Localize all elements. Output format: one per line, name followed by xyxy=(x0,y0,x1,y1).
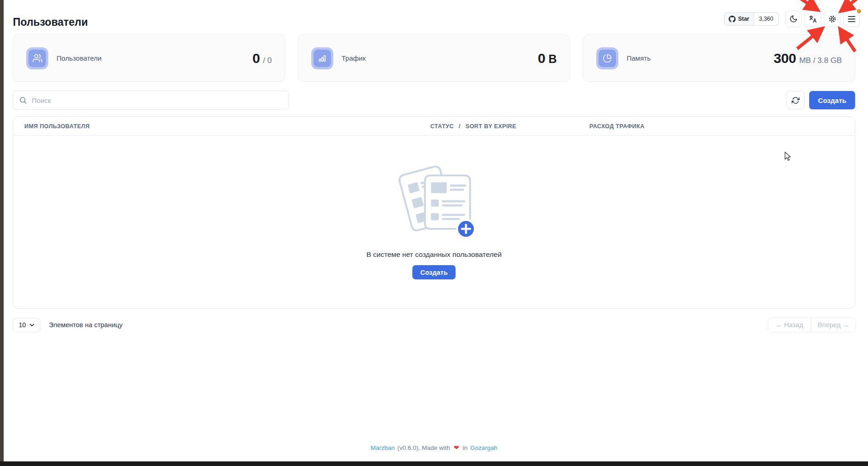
stat-suffix: B xyxy=(548,52,557,66)
footer-version-text: (v0.6.0), Made with xyxy=(397,444,450,451)
stat-value: 0 xyxy=(538,51,545,66)
footer-location-link[interactable]: Gozargah xyxy=(470,444,497,451)
stat-label: Трафик xyxy=(342,54,365,62)
per-page-label: Элементов на страницу xyxy=(49,321,123,329)
translate-icon xyxy=(809,15,817,23)
heart-icon: ❤ xyxy=(454,444,459,451)
search-box xyxy=(13,91,289,110)
column-header-username[interactable]: ИМЯ ПОЛЬЗОВАТЕЛЯ xyxy=(24,117,90,136)
github-star-badge[interactable]: Star 3,360 xyxy=(724,12,779,26)
footer: Marzban (v0.6.0), Made with ❤ in Gozarga… xyxy=(0,444,868,451)
page-title: Пользователи xyxy=(13,16,88,28)
pie-chart-icon xyxy=(596,47,618,69)
users-icon xyxy=(26,47,48,69)
stat-cards-row: Пользователи 0 / 0 Трафик 0 B Память 300… xyxy=(13,34,855,82)
github-star-label: Star xyxy=(738,16,749,22)
plus-circle-icon xyxy=(457,220,475,238)
gear-icon xyxy=(828,15,837,23)
stat-suffix: / 0 xyxy=(263,56,272,65)
github-icon xyxy=(729,16,736,23)
menu-button[interactable] xyxy=(843,11,860,27)
empty-state: В системе нет созданных пользователей Со… xyxy=(366,155,502,279)
pagination-bar: 10 Элементов на страницу ← Назад Вперед … xyxy=(13,318,856,332)
language-button[interactable] xyxy=(805,11,821,27)
empty-state-message: В системе нет созданных пользователей xyxy=(366,250,502,259)
chevron-down-icon xyxy=(29,324,34,327)
notification-dot xyxy=(857,9,861,13)
hamburger-icon xyxy=(848,16,856,23)
stat-label: Память xyxy=(627,54,651,62)
create-user-button[interactable]: Создать xyxy=(809,91,855,109)
stat-suffix: MB / 3.8 GB xyxy=(799,56,842,65)
table-body: В системе нет созданных пользователей Со… xyxy=(13,136,855,309)
prev-page-button[interactable]: ← Назад xyxy=(768,318,811,332)
page-size-value: 10 xyxy=(19,321,26,329)
settings-button[interactable] xyxy=(824,11,840,27)
footer-in-text: in xyxy=(463,444,468,451)
stat-value: 0 xyxy=(252,51,260,66)
header-actions: Star 3,360 xyxy=(724,11,860,27)
empty-users-illustration xyxy=(390,155,478,245)
page-size-select[interactable]: 10 xyxy=(13,318,40,332)
arrow-top-right xyxy=(842,0,859,10)
stat-value: 300 xyxy=(774,51,796,66)
empty-state-create-button[interactable]: Создать xyxy=(412,265,456,279)
next-page-button[interactable]: Вперед → xyxy=(811,318,856,332)
refresh-icon xyxy=(792,97,799,104)
header-icon-buttons xyxy=(785,11,860,27)
window-left-edge xyxy=(0,0,4,461)
users-table: ИМЯ ПОЛЬЗОВАТЕЛЯ СТАТУС / SORT BY EXPIRE… xyxy=(13,116,855,309)
stat-card-memory: Память 300 MB / 3.8 GB xyxy=(583,34,855,82)
footer-brand-link[interactable]: Marzban xyxy=(371,444,395,451)
search-input[interactable] xyxy=(13,91,289,110)
column-header-status[interactable]: СТАТУС xyxy=(430,123,454,130)
bar-chart-icon xyxy=(311,47,333,69)
dark-mode-button[interactable] xyxy=(785,11,802,27)
toolbar: Создать xyxy=(13,91,855,110)
stat-card-traffic: Трафик 0 B xyxy=(298,34,570,82)
arrow-top-left xyxy=(797,0,817,9)
window-bottom-bar xyxy=(0,461,868,466)
stat-label: Пользователи xyxy=(57,54,102,62)
column-header-traffic[interactable]: РАСХОД ТРАФИКА xyxy=(589,117,645,136)
refresh-button[interactable] xyxy=(786,91,805,109)
github-star-count[interactable]: 3,360 xyxy=(754,13,778,25)
pager-group: ← Назад Вперед → xyxy=(768,318,856,332)
github-star-segment[interactable]: Star xyxy=(725,13,754,25)
column-header-separator: / xyxy=(459,123,461,130)
moon-icon xyxy=(789,15,798,23)
stat-card-users: Пользователи 0 / 0 xyxy=(13,34,285,82)
column-header-status-sort[interactable]: СТАТУС / SORT BY EXPIRE xyxy=(430,117,516,136)
column-header-sort-by-expire[interactable]: SORT BY EXPIRE xyxy=(466,123,516,130)
table-header-row: ИМЯ ПОЛЬЗОВАТЕЛЯ СТАТУС / SORT BY EXPIRE… xyxy=(13,117,855,136)
